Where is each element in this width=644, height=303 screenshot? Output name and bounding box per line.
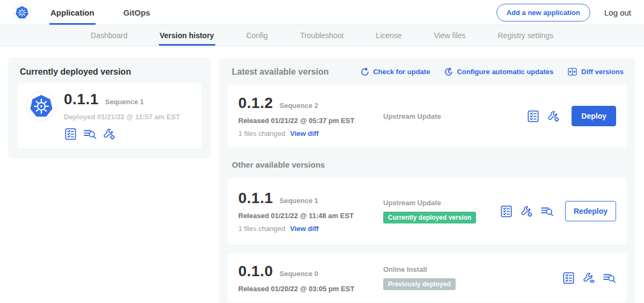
version-card-0-1-2: 0.1.2 Sequence 2 Released 01/21/22 @ 05:… [228, 85, 627, 147]
subnav-registry-settings[interactable]: Registry settings [497, 25, 554, 46]
subnav-version-history[interactable]: Version history [159, 25, 215, 46]
version-source: Online Install [383, 265, 562, 273]
deploy-logs-icon[interactable] [540, 205, 554, 218]
subnav-troubleshoot[interactable]: Troubleshoot [299, 25, 345, 46]
view-diff-link[interactable]: View diff [290, 225, 318, 233]
add-new-application-button[interactable]: Add a new application [496, 4, 590, 21]
app-subnav: Dashboard Version history Config Trouble… [0, 25, 644, 46]
deployed-sequence: Sequence 1 [105, 98, 144, 106]
version-card-0-1-1: 0.1.1 Sequence 1 Released 01/21/22 @ 11:… [228, 178, 627, 244]
config-wrench-icon[interactable] [520, 205, 533, 218]
version-sequence: Sequence 1 [280, 197, 318, 205]
deployed-version-number: 0.1.1 [64, 91, 99, 108]
redeploy-button[interactable]: Redeploy [565, 201, 616, 221]
version-card-0-1-0: 0.1.0 Sequence 0 Released 01/20/22 @ 03:… [228, 253, 627, 302]
version-sequence: Sequence 0 [280, 270, 318, 278]
currently-deployed-card: Currently deployed version 0.1.1 Sequenc… [9, 58, 210, 157]
subnav-license[interactable]: License [375, 25, 402, 46]
released-timestamp: Released 01/21/22 @ 05:37 pm EST [238, 117, 377, 125]
latest-available-title: Latest available version [232, 67, 329, 77]
app-logo [13, 0, 31, 25]
tab-gitops[interactable]: GitOps [122, 0, 151, 25]
config-wrench-icon[interactable] [547, 110, 560, 123]
version-number: 0.1.0 [238, 263, 273, 280]
deployed-version-row: 0.1.1 Sequence 1 Deployed 01/21/22 @ 11:… [18, 83, 201, 148]
version-number: 0.1.2 [238, 95, 273, 112]
preflight-checks-icon[interactable] [64, 127, 77, 141]
tab-application[interactable]: Application [49, 0, 96, 25]
currently-deployed-badge: Currently deployed version [383, 212, 476, 223]
subnav-view-files[interactable]: View files [433, 25, 467, 46]
available-versions-panel: Latest available version Check for updat… [219, 58, 635, 303]
subnav-config[interactable]: Config [245, 25, 269, 46]
diff-versions-link[interactable]: Diff versions [567, 67, 624, 77]
logout-link[interactable]: Log out [604, 8, 631, 17]
configure-automatic-updates-link[interactable]: Configure automatic updates [444, 67, 553, 76]
preflight-checks-icon[interactable] [526, 110, 540, 123]
version-number: 0.1.1 [238, 190, 273, 207]
version-history-page: Currently deployed version 0.1.1 Sequenc… [0, 46, 644, 303]
config-wrench-icon[interactable] [103, 127, 116, 141]
preflight-checks-icon[interactable] [500, 205, 513, 218]
files-changed-label: 1 files changed [238, 225, 285, 233]
diff-icon [567, 67, 577, 77]
refresh-icon [360, 67, 369, 76]
check-for-update-link[interactable]: Check for update [360, 67, 430, 76]
other-available-title: Other available versions [232, 160, 627, 169]
subnav-dashboard[interactable]: Dashboard [90, 25, 129, 46]
version-source: Upstream Update [383, 112, 526, 120]
released-timestamp: Released 01/21/22 @ 11:48 am EST [238, 212, 377, 220]
preflight-checks-icon[interactable] [562, 271, 575, 285]
schedule-update-icon [444, 67, 453, 76]
view-diff-link[interactable]: View diff [290, 129, 318, 138]
currently-deployed-title: Currently deployed version [18, 66, 201, 77]
deployed-timestamp: Deployed 01/21/22 @ 11:57 am EST [64, 113, 180, 121]
previously-deployed-badge: Previously deployed [383, 278, 456, 290]
files-changed-label: 1 files changed [238, 129, 285, 138]
released-timestamp: Released 01/20/22 @ 03:05 pm EST [238, 285, 377, 293]
top-navbar: Application GitOps Add a new application… [0, 0, 644, 25]
kubernetes-logo-icon [13, 3, 31, 21]
deploy-button[interactable]: Deploy [572, 106, 616, 126]
version-source: Upstream Update [383, 199, 500, 207]
deploy-logs-icon[interactable] [83, 127, 97, 141]
app-icon [26, 91, 56, 121]
config-wrench-icon[interactable] [582, 271, 596, 285]
deploy-logs-icon[interactable] [603, 271, 616, 285]
version-sequence: Sequence 2 [280, 102, 318, 110]
